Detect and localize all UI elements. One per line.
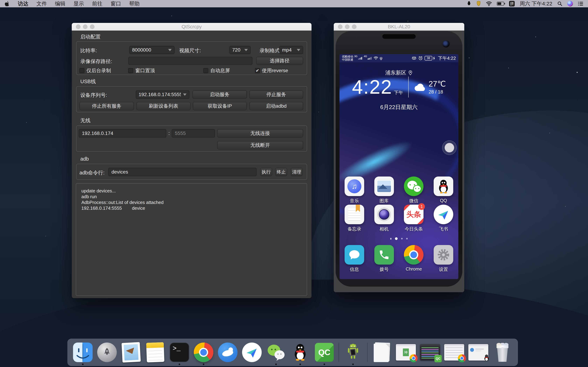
checkbox-box[interactable] [255, 68, 260, 73]
app-chrome[interactable]: Chrome [399, 245, 429, 272]
apple-menu-icon[interactable] [5, 1, 10, 7]
dock-qq[interactable] [290, 342, 311, 363]
adb-command-input[interactable]: devices [108, 168, 257, 176]
menu-item-view[interactable]: 显示 [73, 0, 84, 7]
auto-screen-off-checkbox[interactable]: 自动息屏 [203, 67, 230, 74]
wireless-connect-button[interactable]: 无线连接 [217, 129, 303, 138]
refresh-device-list-button[interactable]: 刷新设备列表 [137, 102, 190, 110]
battery-indicator: 38 [424, 56, 435, 60]
device-serial-combobox[interactable]: 192.168.0.174:5555 [136, 90, 189, 99]
shield-status-icon[interactable] [476, 1, 481, 7]
background-record-checkbox[interactable]: 仅后台录制 [79, 67, 111, 74]
bitrate-combobox[interactable]: 8000000 [129, 46, 174, 54]
app-dialer[interactable]: 拨号 [369, 245, 399, 272]
app-gallery[interactable]: 图库 [369, 176, 399, 204]
dock-minimized-qq-window[interactable] [468, 342, 489, 363]
carrier-name-2: 中国联通 [342, 58, 353, 61]
dock-feishu[interactable] [242, 342, 262, 363]
dock-seal-app[interactable] [217, 342, 238, 363]
dock-minimized-chrome-kun[interactable]: 坤 [396, 342, 416, 363]
minimize-window-button[interactable] [83, 25, 87, 29]
adb-execute-button[interactable]: 执行 [260, 168, 272, 176]
menu-item-file[interactable]: 文件 [36, 0, 47, 7]
record-format-combobox[interactable]: mp4 [279, 46, 303, 54]
app-feishu[interactable]: 飞书 [429, 205, 458, 232]
feishu-icon [434, 205, 453, 224]
video-size-combobox[interactable]: 720 [229, 46, 251, 54]
qq-status-icon[interactable] [467, 1, 471, 7]
wifi-icon [374, 56, 378, 60]
siri-icon[interactable] [567, 1, 573, 7]
checkbox-box[interactable] [128, 68, 133, 73]
dock-finder[interactable] [72, 342, 93, 363]
app-qq[interactable]: QQ [429, 176, 458, 204]
battery-status-icon[interactable] [497, 2, 504, 6]
minimize-window-button[interactable] [345, 25, 349, 29]
input-method-icon[interactable]: 拼 [509, 1, 515, 7]
phone-front-camera [442, 40, 450, 48]
close-window-button[interactable] [76, 25, 80, 29]
qtscrcpy-titlebar[interactable]: QtScrcpy [72, 23, 311, 31]
adb-clear-button[interactable]: 清理 [291, 168, 303, 176]
wifi-status-icon[interactable] [486, 1, 492, 6]
always-on-top-checkbox[interactable]: 窗口置顶 [128, 67, 155, 74]
dock-chrome[interactable] [193, 342, 214, 363]
app-wechat[interactable]: 微信 [399, 176, 429, 204]
app-music[interactable]: ♫ 音乐 [339, 176, 369, 204]
dock-minimized-code-window[interactable]: QC [420, 342, 440, 363]
close-window-button[interactable] [338, 25, 343, 29]
spotlight-search-icon[interactable] [557, 1, 562, 6]
notes-icon [345, 205, 364, 224]
dock-notes[interactable] [145, 342, 165, 363]
dock-mail[interactable] [121, 342, 141, 363]
record-path-input[interactable] [128, 57, 252, 65]
app-label: 图库 [380, 198, 389, 204]
menu-item-window[interactable]: 窗口 [111, 0, 121, 7]
app-messages[interactable]: 信息 [339, 245, 369, 272]
use-reverse-checkbox[interactable]: 使用reverse [255, 67, 288, 74]
zoom-window-button[interactable] [90, 25, 95, 29]
phone-window-titlebar[interactable]: BKL-AL20 [334, 23, 464, 31]
checkbox-box[interactable] [203, 68, 208, 73]
menu-bar-clock[interactable]: 周六 下午4:22 [519, 0, 552, 7]
dock-wechat[interactable] [266, 342, 286, 363]
zoom-window-button[interactable] [352, 25, 356, 29]
app-camera[interactable]: 相机 [369, 205, 399, 232]
app-settings[interactable]: 设置 [429, 245, 458, 272]
location-row[interactable]: 浦东新区 [339, 69, 458, 76]
checkbox-label: 仅后台录制 [86, 67, 111, 74]
assistive-touch-ball[interactable] [442, 140, 457, 155]
dock-terminal[interactable]: >_ [169, 342, 190, 363]
start-service-button[interactable]: 启动服务 [192, 90, 247, 99]
minimized-window-thumbnail: 坤 [396, 344, 416, 360]
app-toutiao[interactable]: 头条 1 今日头条 [399, 205, 429, 232]
qtscrcpy-window: QtScrcpy 启动配置 比特率: 8000000 视频尺寸: 720 录制格… [72, 23, 311, 298]
weather-widget[interactable]: 27℃ 28 / 18 [414, 79, 446, 95]
menu-item-edit[interactable]: 编辑 [55, 0, 65, 7]
trash-icon [494, 342, 511, 362]
mail-icon [121, 342, 141, 362]
dock-documents-stack[interactable] [371, 342, 392, 363]
clock-widget[interactable]: 4:22 下午 27℃ 28 / 18 [339, 76, 458, 98]
dock-launchpad[interactable] [97, 342, 117, 363]
menu-item-finder[interactable]: 访达 [18, 0, 28, 7]
dock-android-mirror[interactable] [343, 342, 363, 363]
phone-screen[interactable]: 优酷移动 中国联通 3G 4G ψ [339, 54, 458, 279]
wireless-port-input[interactable]: 5555 [172, 129, 215, 138]
dock-qtscrcpy[interactable]: QC [314, 342, 335, 363]
app-notes[interactable]: 备忘录 [339, 205, 369, 232]
wireless-disconnect-button[interactable]: 无线断开 [217, 141, 303, 150]
adb-terminate-button[interactable]: 终止 [275, 168, 287, 176]
wireless-ip-input[interactable]: 192.168.0.174 [79, 129, 166, 138]
get-device-ip-button[interactable]: 获取设备IP [193, 102, 247, 110]
stop-all-services-button[interactable]: 停止所有服务 [79, 102, 134, 110]
menu-item-go[interactable]: 前往 [92, 0, 103, 7]
choose-path-button[interactable]: 选择路径 [256, 57, 303, 65]
dock-trash[interactable] [492, 342, 513, 363]
menu-item-help[interactable]: 帮助 [129, 0, 140, 7]
stop-service-button[interactable]: 停止服务 [249, 90, 303, 99]
notification-center-icon[interactable] [578, 1, 583, 6]
checkbox-box[interactable] [79, 68, 84, 73]
start-adbd-button[interactable]: 启动adbd [249, 102, 303, 110]
dock-minimized-chrome-page[interactable] [444, 342, 465, 363]
